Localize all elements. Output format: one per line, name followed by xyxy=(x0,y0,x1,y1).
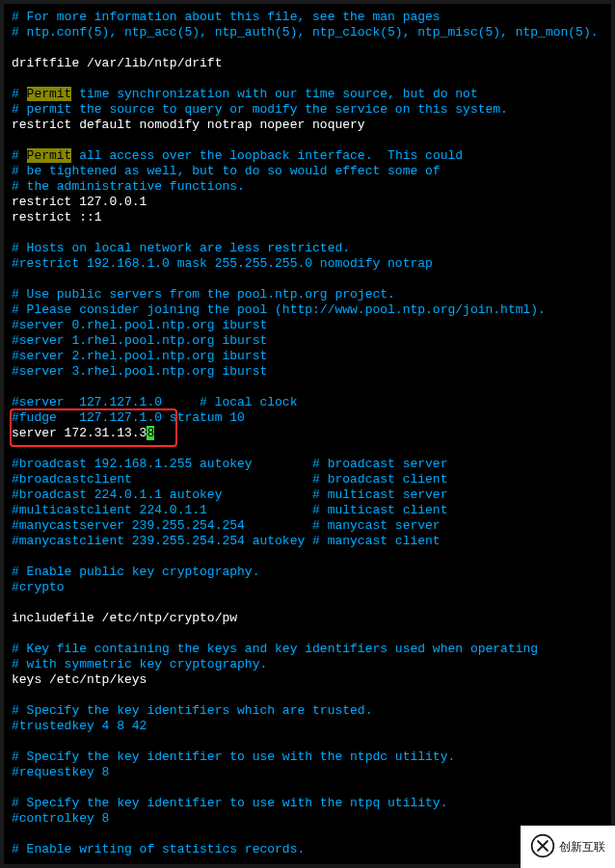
terminal-line: # the administrative functions. xyxy=(12,179,607,195)
terminal-line xyxy=(12,549,607,565)
terminal-line: # be tightened as well, but to do so wou… xyxy=(12,164,607,179)
terminal-line xyxy=(12,780,607,796)
terminal-line xyxy=(12,133,607,148)
terminal-line xyxy=(12,40,607,56)
search-match: Permit xyxy=(27,148,72,163)
cursor: 8 xyxy=(147,426,154,440)
terminal-line: #server 2.rhel.pool.ntp.org iburst xyxy=(12,349,607,364)
terminal-line: #broadcast 192.168.1.255 autokey # broad… xyxy=(12,457,607,472)
terminal-line: # Permit all access over the loopback in… xyxy=(12,148,607,164)
terminal-line: #manycastclient 239.255.254.254 autokey … xyxy=(12,534,607,549)
terminal-line: #server 1.rhel.pool.ntp.org iburst xyxy=(12,333,607,349)
watermark: 创新互联 xyxy=(521,826,615,868)
terminal-line: # Permit time synchronization with our t… xyxy=(12,87,607,102)
terminal-line: restrict default nomodify notrap nopeer … xyxy=(12,118,607,133)
terminal-line: # Enable writing of statistics records. xyxy=(12,842,607,857)
terminal-line: restrict 127.0.0.1 xyxy=(12,195,607,210)
terminal-output[interactable]: # For more information about this file, … xyxy=(4,4,611,864)
terminal-line xyxy=(12,441,607,457)
watermark-text: 创新互联 xyxy=(559,839,605,855)
terminal-line xyxy=(12,688,607,703)
terminal-line xyxy=(12,380,607,395)
terminal-line xyxy=(12,71,607,87)
search-match: Permit xyxy=(27,87,72,101)
terminal-line: # Key file containing the keys and key i… xyxy=(12,642,607,657)
terminal-line xyxy=(12,626,607,642)
terminal-line: # Use public servers from the pool.ntp.o… xyxy=(12,287,607,302)
terminal-line: # permit the source to query or modify t… xyxy=(12,102,607,118)
terminal-line xyxy=(12,225,607,241)
terminal-line: #broadcast 224.0.1.1 autokey # multicast… xyxy=(12,487,607,503)
terminal-line: #restrict 192.168.1.0 mask 255.255.255.0… xyxy=(12,256,607,272)
terminal-line: # For more information about this file, … xyxy=(12,10,607,25)
terminal-line xyxy=(12,734,607,750)
terminal-line: server 172.31.13.38 xyxy=(12,426,607,441)
terminal-line: # with symmetric key cryptography. xyxy=(12,657,607,672)
terminal-line: # Specify the key identifiers which are … xyxy=(12,703,607,719)
terminal-line: #fudge 127.127.1.0 stratum 10 xyxy=(12,410,607,426)
terminal-line: #server 127.127.1.0 # local clock xyxy=(12,395,607,410)
terminal-line: #requestkey 8 xyxy=(12,765,607,780)
terminal-line: #server 0.rhel.pool.ntp.org iburst xyxy=(12,318,607,333)
terminal-line: #controlkey 8 xyxy=(12,811,607,827)
terminal-line xyxy=(12,272,607,287)
terminal-line: #server 3.rhel.pool.ntp.org iburst xyxy=(12,364,607,380)
terminal-line: # Specify the key identifier to use with… xyxy=(12,796,607,811)
terminal-line: #manycastserver 239.255.254.254 # manyca… xyxy=(12,518,607,534)
terminal-line: driftfile /var/lib/ntp/drift xyxy=(12,56,607,71)
terminal-line: keys /etc/ntp/keys xyxy=(12,672,607,688)
cx-logo-icon xyxy=(530,833,555,861)
terminal-line: #crypto xyxy=(12,580,607,595)
terminal-line: #multicastclient 224.0.1.1 # multicast c… xyxy=(12,503,607,518)
terminal-line xyxy=(12,827,607,842)
terminal-line: #broadcastclient # broadcast client xyxy=(12,472,607,487)
terminal-line: # Enable public key cryptography. xyxy=(12,565,607,580)
terminal-line: # Please consider joining the pool (http… xyxy=(12,302,607,318)
terminal-line xyxy=(12,595,607,611)
terminal-line: #trustedkey 4 8 42 xyxy=(12,719,607,734)
terminal-line: # ntp.conf(5), ntp_acc(5), ntp_auth(5), … xyxy=(12,25,607,40)
terminal-line: # Hosts on local network are less restri… xyxy=(12,241,607,256)
terminal-line: restrict ::1 xyxy=(12,210,607,225)
terminal-line: includefile /etc/ntp/crypto/pw xyxy=(12,611,607,626)
terminal-line: # Specify the key identifier to use with… xyxy=(12,750,607,765)
